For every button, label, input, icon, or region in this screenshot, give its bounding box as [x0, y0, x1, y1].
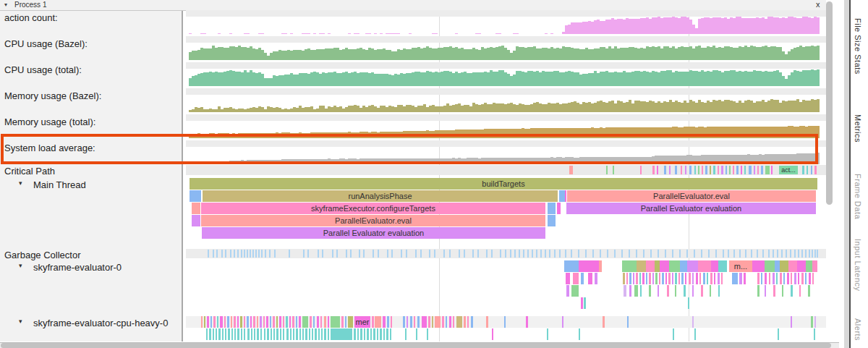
trace-span[interactable]: [260, 316, 262, 328]
trace-span[interactable]: [331, 316, 340, 328]
trace-span[interactable]: [190, 190, 201, 202]
trace-span[interactable]: [744, 273, 746, 284]
gc-tick[interactable]: [679, 250, 681, 258]
tab-frame-data[interactable]: Frame Data: [854, 174, 862, 219]
trace-span[interactable]: [809, 273, 811, 284]
trace-span[interactable]: [234, 316, 236, 328]
critical-path-tick[interactable]: [811, 166, 812, 174]
trace-span[interactable]: [739, 273, 742, 284]
trace-span[interactable]: [435, 316, 441, 328]
trace-span[interactable]: [646, 273, 647, 284]
gc-tick[interactable]: [607, 250, 608, 258]
trace-span[interactable]: [414, 316, 415, 328]
gc-tick[interactable]: [415, 250, 417, 258]
trace-span[interactable]: [391, 316, 392, 328]
trace-span[interactable]: ParallelEvaluator.eval: [567, 190, 816, 202]
trace-span[interactable]: [240, 316, 242, 328]
gc-tick[interactable]: [571, 250, 572, 258]
gc-tick[interactable]: [773, 250, 774, 258]
trace-span[interactable]: [699, 273, 701, 284]
trace-span[interactable]: [320, 316, 322, 328]
trace-span[interactable]: [257, 316, 258, 328]
trace-span[interactable]: [660, 260, 669, 272]
trace-span[interactable]: [675, 273, 677, 284]
gc-tick[interactable]: [464, 250, 465, 258]
trace-span[interactable]: [228, 328, 230, 340]
gc-tick[interactable]: [650, 250, 652, 258]
critical-path-tick[interactable]: [757, 166, 759, 174]
gc-tick[interactable]: [247, 250, 248, 258]
trace-span[interactable]: [714, 273, 715, 284]
trace-span[interactable]: [701, 285, 703, 297]
gc-tick[interactable]: [694, 250, 695, 258]
gc-tick[interactable]: [216, 250, 218, 258]
gc-tick[interactable]: [794, 250, 796, 258]
trace-span[interactable]: [328, 316, 329, 328]
vertical-scrollbar[interactable]: [826, 1, 833, 205]
trace-span[interactable]: [453, 316, 454, 328]
trace-span[interactable]: [407, 316, 408, 328]
trace-span[interactable]: [685, 273, 686, 284]
trace-span[interactable]: [321, 328, 323, 340]
trace-span[interactable]: [331, 328, 352, 340]
trace-span[interactable]: [773, 273, 775, 284]
trace-span[interactable]: [383, 328, 385, 340]
trace-span[interactable]: [765, 273, 767, 284]
trace-span[interactable]: [655, 273, 658, 284]
trace-span[interactable]: [213, 328, 214, 340]
trace-span[interactable]: [380, 328, 382, 340]
gc-tick[interactable]: [762, 250, 764, 258]
trace-span[interactable]: [357, 328, 359, 340]
trace-span[interactable]: [210, 316, 212, 328]
collapse-arrow-icon[interactable]: ▾: [19, 262, 22, 269]
gc-tick[interactable]: [510, 250, 511, 258]
trace-span[interactable]: [808, 285, 810, 297]
gc-tick[interactable]: [614, 250, 616, 258]
trace-span[interactable]: [273, 316, 275, 328]
trace-span[interactable]: [680, 260, 687, 272]
critical-path-tick[interactable]: [736, 166, 739, 174]
gc-tick[interactable]: [322, 250, 323, 258]
horizontal-scrollbar[interactable]: [1, 343, 831, 348]
trace-span[interactable]: [313, 316, 315, 328]
trace-span[interactable]: [390, 328, 391, 340]
gc-tick[interactable]: [536, 250, 537, 258]
gc-tick[interactable]: [505, 250, 506, 258]
trace-span[interactable]: [302, 328, 304, 340]
gc-tick[interactable]: [733, 250, 735, 258]
trace-span[interactable]: [403, 316, 405, 328]
gc-tick[interactable]: [814, 250, 816, 258]
gc-tick[interactable]: [777, 250, 778, 258]
trace-span[interactable]: [581, 297, 583, 309]
trace-span[interactable]: [377, 328, 378, 340]
trace-span[interactable]: [776, 273, 778, 284]
collapse-arrow-icon[interactable]: ▾: [4, 1, 7, 9]
trace-span[interactable]: [204, 316, 205, 328]
gc-tick[interactable]: [401, 250, 402, 258]
critical-path-tick[interactable]: [744, 166, 746, 174]
trace-span[interactable]: [658, 285, 659, 297]
critical-path-tick[interactable]: [640, 166, 642, 174]
trace-span[interactable]: [317, 316, 319, 328]
gc-tick[interactable]: [213, 250, 214, 258]
trace-span[interactable]: [360, 328, 362, 340]
gc-tick[interactable]: [265, 250, 266, 258]
trace-span[interactable]: [234, 328, 236, 340]
trace-span[interactable]: [354, 328, 356, 340]
trace-span[interactable]: [247, 328, 250, 340]
process-header[interactable]: ▾ Process 1 x: [0, 0, 826, 11]
gc-tick[interactable]: [250, 250, 251, 258]
trace-span[interactable]: [649, 273, 651, 284]
trace-span[interactable]: [324, 328, 326, 340]
trace-span[interactable]: [442, 316, 444, 328]
trace-span[interactable]: [579, 260, 599, 272]
trace-span[interactable]: [678, 273, 680, 284]
trace-span[interactable]: [778, 328, 779, 340]
gc-tick[interactable]: [701, 250, 702, 258]
trace-span[interactable]: [812, 260, 817, 272]
tab-alerts[interactable]: Alerts: [854, 318, 862, 341]
gc-tick[interactable]: [289, 250, 290, 258]
trace-span[interactable]: [639, 273, 641, 284]
trace-span[interactable]: [206, 328, 208, 340]
collapse-arrow-icon[interactable]: ▾: [19, 179, 22, 187]
